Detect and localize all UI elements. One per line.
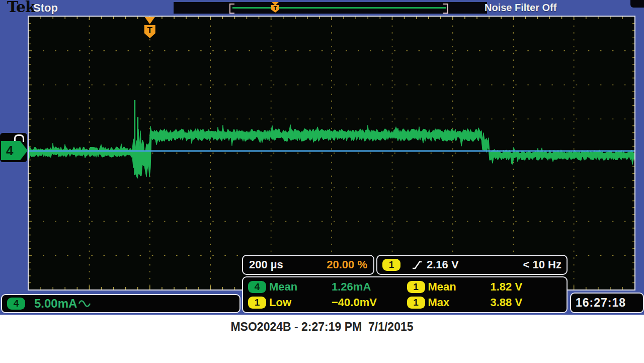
svg-text:T: T (147, 26, 153, 35)
probe-coupling-icon (14, 134, 24, 142)
record-window-left-bracket (229, 4, 234, 14)
channel4-marker-label: 4 (6, 143, 13, 159)
timebase-readout: 200 µs 20.00 % (242, 255, 374, 275)
corner-tab (630, 0, 644, 8)
tek-logo: Tek (7, 0, 35, 16)
trigger-frequency: < 10 Hz (523, 258, 561, 271)
waveform-canvas: T (29, 17, 634, 289)
timebase-scale: 200 µs (249, 258, 283, 271)
channel4-scale-readout: 4 5.00mA (1, 294, 240, 313)
noise-filter-status: Noise Filter Off (485, 2, 556, 14)
rising-edge-icon (412, 260, 423, 270)
scope-bezel: Tek Stop T Noise Filter Off T 4 200 µs 2… (0, 0, 644, 315)
measurement-ch1-max: 1 Max 3.88 V (405, 295, 564, 311)
record-window-line (232, 7, 446, 9)
channel4-badge: 4 (7, 298, 25, 310)
measurement-value: −40.0mV (332, 296, 377, 309)
measurement-value: 3.88 V (491, 296, 523, 309)
figure-caption: MSO2024B - 2:27:19 PM 7/1/2015 (0, 320, 644, 334)
measurement-name: Low (269, 296, 329, 309)
measurements-panel: 4 Mean 1.26mA 1 Mean 1.82 V 1 Low −40.0m… (242, 276, 568, 313)
channel-badge: 4 (248, 281, 266, 293)
measurement-ch4-mean: 4 Mean 1.26mA (246, 279, 405, 295)
measurement-name: Mean (428, 280, 488, 294)
channel-badge: 1 (248, 297, 266, 309)
measurement-ch1-mean: 1 Mean 1.82 V (405, 279, 564, 295)
waveform-display: T (28, 16, 635, 291)
record-window-right-bracket (443, 4, 448, 14)
measurement-value: 1.82 V (491, 280, 523, 294)
sine-wave-icon (78, 299, 91, 308)
trigger-channel-badge: 1 (382, 259, 400, 271)
trigger-level: 2.16 V (427, 258, 459, 271)
channel-badge: 1 (407, 281, 425, 293)
channel-badge: 1 (407, 297, 425, 309)
measurement-name: Max (428, 296, 488, 309)
measurement-ch1-low: 1 Low −40.0mV (246, 295, 405, 311)
trigger-position-marker-icon: T (271, 2, 280, 14)
clock-value: 16:27:18 (576, 296, 626, 310)
trigger-readout: 1 2.16 V < 10 Hz (376, 255, 568, 275)
measurement-name: Mean (269, 280, 329, 294)
channel4-position-marker: 4 (0, 133, 28, 163)
record-view-bar: T (174, 2, 487, 14)
clock-readout: 16:27:18 (570, 293, 644, 313)
acquisition-status: Stop (33, 2, 58, 15)
measurement-value: 1.26mA (332, 280, 371, 294)
horizontal-position: 20.00 % (327, 258, 367, 271)
channel4-scale-value: 5.00mA (34, 297, 77, 311)
